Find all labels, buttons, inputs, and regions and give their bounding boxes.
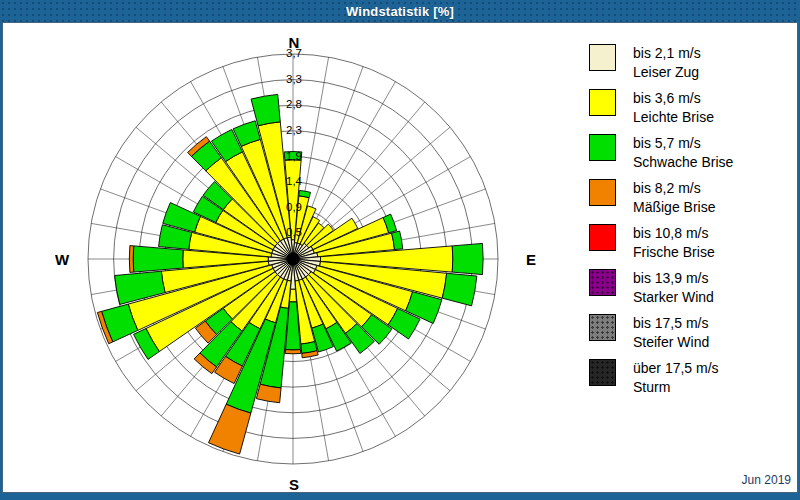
windrose-bar-segment xyxy=(452,243,483,274)
bottom-strip xyxy=(0,493,800,500)
windrose-bar-segment xyxy=(208,404,250,454)
legend-item: über 17,5 m/s Sturm xyxy=(589,359,789,397)
footer-date: Jun 2019 xyxy=(742,473,791,487)
windrose-plot: 0,50,91,41,92,32,83,33,7NSWE xyxy=(0,22,586,492)
legend-name-label: Schwache Brise xyxy=(633,153,733,172)
legend-speed-label: bis 8,2 m/s xyxy=(633,179,715,198)
legend-speed-label: über 17,5 m/s xyxy=(633,359,719,378)
windrose-bar-segment xyxy=(442,273,477,306)
legend-speed-label: bis 10,8 m/s xyxy=(633,224,715,243)
legend-speed-label: bis 2,1 m/s xyxy=(633,44,701,63)
legend-swatch-icon xyxy=(589,89,616,116)
legend-swatch-icon xyxy=(589,179,616,206)
windrose-bar-segment xyxy=(133,246,183,272)
legend-name-label: Leichte Brise xyxy=(633,108,714,127)
windrose-bar-segment xyxy=(129,246,133,273)
legend-swatch-icon xyxy=(589,314,616,341)
legend-item: bis 3,6 m/s Leichte Brise xyxy=(589,89,789,127)
window-title: Windstatistik [%] xyxy=(346,4,454,19)
ring-label: 2,8 xyxy=(286,98,302,110)
compass-label-west: W xyxy=(55,251,70,268)
legend-swatch-icon xyxy=(589,224,616,251)
legend-speed-label: bis 5,7 m/s xyxy=(633,134,733,153)
legend-item: bis 13,9 m/s Starker Wind xyxy=(589,269,789,307)
ring-label: 0,9 xyxy=(286,201,302,213)
legend-name-label: Sturm xyxy=(633,378,719,397)
compass-label-east: E xyxy=(526,251,536,268)
ring-label: 0,5 xyxy=(286,226,302,238)
legend-item: bis 2,1 m/s Leiser Zug xyxy=(589,44,789,82)
legend-swatch-icon xyxy=(589,134,616,161)
legend-swatch-icon xyxy=(589,269,616,296)
legend-name-label: Steifer Wind xyxy=(633,333,709,352)
legend-item: bis 8,2 m/s Mäßige Brise xyxy=(589,179,789,217)
windrose-bar-segment xyxy=(285,350,301,354)
ring-label: 1,9 xyxy=(286,150,302,162)
legend-swatch-icon xyxy=(589,44,616,71)
legend-name-label: Starker Wind xyxy=(633,288,714,307)
legend-speed-label: bis 13,9 m/s xyxy=(633,269,714,288)
legend-name-label: Frische Brise xyxy=(633,243,715,262)
ring-label: 3,3 xyxy=(286,73,302,85)
legend: bis 2,1 m/s Leiser Zug bis 3,6 m/s Leich… xyxy=(589,44,789,404)
legend-speed-label: bis 3,6 m/s xyxy=(633,89,714,108)
legend-name-label: Leiser Zug xyxy=(633,63,701,82)
legend-item: bis 17,5 m/s Steifer Wind xyxy=(589,314,789,352)
title-bar: Windstatistik [%] xyxy=(0,0,800,22)
compass-label-north: N xyxy=(289,34,300,51)
ring-label: 2,3 xyxy=(286,124,302,136)
compass-label-south: S xyxy=(289,476,299,492)
windrose-bar-segment xyxy=(289,289,296,302)
legend-item: bis 10,8 m/s Frische Brise xyxy=(589,224,789,262)
legend-item: bis 5,7 m/s Schwache Brise xyxy=(589,134,789,172)
rose-center-hub xyxy=(287,253,300,266)
legend-swatch-icon xyxy=(589,359,616,386)
legend-name-label: Mäßige Brise xyxy=(633,198,715,217)
legend-speed-label: bis 17,5 m/s xyxy=(633,314,709,333)
ring-label: 1,4 xyxy=(286,175,303,187)
